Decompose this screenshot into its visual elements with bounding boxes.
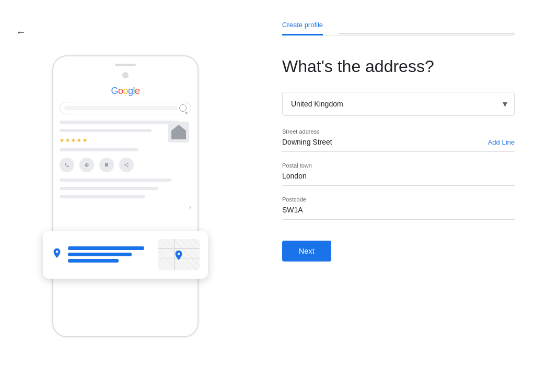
phone-save-button: [99, 158, 114, 172]
postal-town-input[interactable]: [282, 171, 515, 181]
phone-store-icon: [168, 122, 189, 142]
right-panel: Create profile What's the address? Unite…: [251, 0, 546, 392]
page-heading: What's the address?: [282, 56, 515, 76]
country-select-wrapper: United Kingdom United States Australia C…: [282, 92, 515, 116]
street-address-row: Add Line: [282, 137, 515, 147]
phone-content-line: [60, 148, 138, 151]
postal-town-row: [282, 171, 515, 181]
phone-content-line: [60, 121, 178, 124]
phone-content-line: [60, 179, 171, 182]
map-thumbnail: [158, 239, 200, 270]
phone-search-icon: [179, 104, 187, 112]
country-select[interactable]: United Kingdom United States Australia C…: [282, 92, 515, 116]
phone-search-input: [64, 106, 177, 110]
google-logo: Google: [60, 86, 191, 97]
phone-content-line: [60, 129, 152, 132]
add-line-button[interactable]: Add Line: [488, 138, 515, 146]
phone-stars: ★ ★ ★ ★ ★: [60, 137, 87, 143]
postcode-field: Postcode: [282, 196, 515, 220]
address-card-lines: [68, 246, 153, 263]
street-address-field: Street address Add Line: [282, 128, 515, 152]
phone-directions-button: [79, 158, 94, 172]
phone-share-button: [119, 158, 134, 172]
address-line-1: [68, 246, 144, 250]
postcode-input[interactable]: [282, 205, 515, 215]
map-grid-h: [158, 248, 200, 249]
phone-camera: [122, 72, 129, 78]
postal-town-field: Postal town: [282, 162, 515, 186]
address-pin-icon: [51, 247, 63, 262]
phone-call-button: [60, 158, 74, 172]
phone-search-bar: [60, 102, 191, 114]
tab-create-profile[interactable]: Create profile: [282, 21, 323, 35]
address-card-popup: [43, 231, 208, 279]
map-pin-icon: [173, 250, 184, 264]
street-address-label: Street address: [282, 128, 515, 135]
phone-action-buttons: [60, 158, 191, 172]
postcode-label: Postcode: [282, 196, 515, 203]
postal-town-label: Postal town: [282, 162, 515, 169]
phone-illustration: Google ★ ★ ★ ★ ★: [52, 55, 199, 337]
address-line-3: [68, 259, 119, 263]
address-line-2: [68, 253, 132, 256]
phone-content-line: [60, 195, 145, 198]
left-panel: ← Google ★ ★ ★ ★ ★: [0, 0, 251, 392]
postcode-row: [282, 205, 515, 215]
back-button[interactable]: ←: [16, 26, 26, 38]
progress-tabs: Create profile: [282, 21, 515, 35]
phone-chevron: ›: [60, 204, 191, 211]
phone-speaker: [115, 64, 136, 66]
progress-line: [339, 33, 515, 34]
store-shape: [171, 125, 186, 139]
next-button[interactable]: Next: [282, 241, 331, 262]
street-address-input[interactable]: [282, 137, 483, 147]
phone-content-line: [60, 187, 158, 190]
